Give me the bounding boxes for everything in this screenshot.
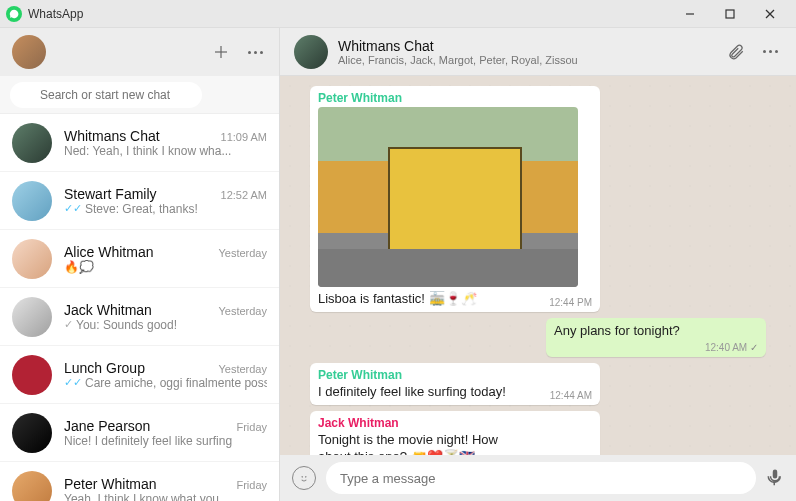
- chat-list-item[interactable]: Stewart Family12:52 AM ✓✓ Steve: Great, …: [0, 172, 279, 230]
- svg-point-8: [302, 477, 303, 478]
- chat-time: Yesterday: [218, 305, 267, 317]
- voice-button[interactable]: [766, 468, 784, 489]
- chat-list-item[interactable]: Lunch GroupYesterday ✓✓ Care amiche, ogg…: [0, 346, 279, 404]
- emoji-button[interactable]: [292, 466, 316, 490]
- left-menu-button[interactable]: [243, 40, 267, 64]
- chat-name: Jane Pearson: [64, 418, 150, 434]
- chat-avatar: [12, 355, 52, 395]
- chat-name: Alice Whitman: [64, 244, 153, 260]
- chat-list-item[interactable]: Jane PearsonFriday Nice! I definitely fe…: [0, 404, 279, 462]
- message-incoming[interactable]: Jack Whitman Tonight is the movie night!…: [310, 411, 600, 455]
- message-text: Lisboa is fantastic! 🚋🍷🥂: [318, 291, 477, 308]
- chat-list-panel: Whitmans Chat11:09 AM Ned: Yeah, I think…: [0, 28, 280, 501]
- chat-name: Peter Whitman: [64, 476, 157, 492]
- conversation-menu-button[interactable]: [758, 40, 782, 64]
- chat-list: Whitmans Chat11:09 AM Ned: Yeah, I think…: [0, 114, 279, 501]
- chat-name: Jack Whitman: [64, 302, 152, 318]
- close-button[interactable]: [750, 0, 790, 28]
- message-time: 12:40 AM: [554, 342, 758, 353]
- message-incoming[interactable]: Peter Whitman Lisboa is fantastic! 🚋🍷🥂 1…: [310, 86, 600, 312]
- message-input[interactable]: [326, 462, 756, 494]
- app-title: WhatsApp: [28, 7, 83, 21]
- svg-point-9: [305, 477, 306, 478]
- maximize-button[interactable]: [710, 0, 750, 28]
- message-incoming[interactable]: Peter Whitman I definitely feel like sur…: [310, 363, 600, 405]
- chat-list-item[interactable]: Jack WhitmanYesterday ✓ You: Sounds good…: [0, 288, 279, 346]
- conversation-avatar[interactable]: [294, 35, 328, 69]
- window-titlebar: WhatsApp: [0, 0, 796, 28]
- chat-preview: Nice! I definitely feel like surfing: [64, 434, 267, 448]
- chat-avatar: [12, 413, 52, 453]
- conversation-title: Whitmans Chat: [338, 38, 714, 54]
- message-sender: Peter Whitman: [318, 368, 592, 382]
- chat-time: 11:09 AM: [221, 131, 267, 143]
- chat-preview: ✓✓ Steve: Great, thanks!: [64, 202, 267, 216]
- chat-preview: ✓✓ Care amiche, oggi finalmente posso: [64, 376, 267, 390]
- chat-time: Friday: [236, 421, 267, 433]
- chat-time: Yesterday: [218, 363, 267, 375]
- chat-avatar: [12, 181, 52, 221]
- chat-preview: Yeah, I think I know what you...: [64, 492, 267, 502]
- attach-button[interactable]: [724, 40, 748, 64]
- message-sender: Jack Whitman: [318, 416, 592, 430]
- chat-name: Lunch Group: [64, 360, 145, 376]
- me-avatar[interactable]: [12, 35, 46, 69]
- svg-rect-1: [726, 10, 734, 18]
- message-outgoing[interactable]: Any plans for tonight? 12:40 AM: [546, 318, 766, 357]
- whatsapp-logo-icon: [6, 6, 22, 22]
- chat-list-item[interactable]: Alice WhitmanYesterday 🔥💭: [0, 230, 279, 288]
- search-bar: [0, 76, 279, 114]
- chat-name: Stewart Family: [64, 186, 157, 202]
- left-header: [0, 28, 279, 76]
- message-sender: Peter Whitman: [318, 91, 592, 105]
- conversation-header: Whitmans Chat Alice, Francis, Jack, Marg…: [280, 28, 796, 76]
- search-input[interactable]: [10, 82, 202, 108]
- chat-avatar: [12, 239, 52, 279]
- chat-avatar: [12, 123, 52, 163]
- message-image[interactable]: [318, 107, 578, 287]
- chat-time: Yesterday: [218, 247, 267, 259]
- chat-preview: ✓ You: Sounds good!: [64, 318, 267, 332]
- conversation-members: Alice, Francis, Jack, Margot, Peter, Roy…: [338, 54, 714, 66]
- message-text: I definitely feel like surfing today!: [318, 384, 506, 401]
- message-text: Any plans for tonight?: [554, 323, 758, 340]
- message-time: 12:44 PM: [549, 297, 592, 308]
- chat-avatar: [12, 471, 52, 502]
- message-time: 12:44 AM: [550, 454, 592, 455]
- conversation-panel: Whitmans Chat Alice, Francis, Jack, Marg…: [280, 28, 796, 501]
- chat-name: Whitmans Chat: [64, 128, 160, 144]
- message-text: Tonight is the movie night! How about th…: [318, 432, 528, 455]
- composer: [280, 455, 796, 501]
- new-chat-button[interactable]: [209, 40, 233, 64]
- chat-preview: Ned: Yeah, I think I know wha...: [64, 144, 267, 158]
- chat-time: Friday: [236, 479, 267, 491]
- chat-time: 12:52 AM: [221, 189, 267, 201]
- minimize-button[interactable]: [670, 0, 710, 28]
- chat-list-item[interactable]: Whitmans Chat11:09 AM Ned: Yeah, I think…: [0, 114, 279, 172]
- chat-list-item[interactable]: Peter WhitmanFriday Yeah, I think I know…: [0, 462, 279, 501]
- chat-avatar: [12, 297, 52, 337]
- messages-area: Peter Whitman Lisboa is fantastic! 🚋🍷🥂 1…: [280, 76, 796, 455]
- message-time: 12:44 AM: [550, 390, 592, 401]
- chat-preview: 🔥💭: [64, 260, 267, 274]
